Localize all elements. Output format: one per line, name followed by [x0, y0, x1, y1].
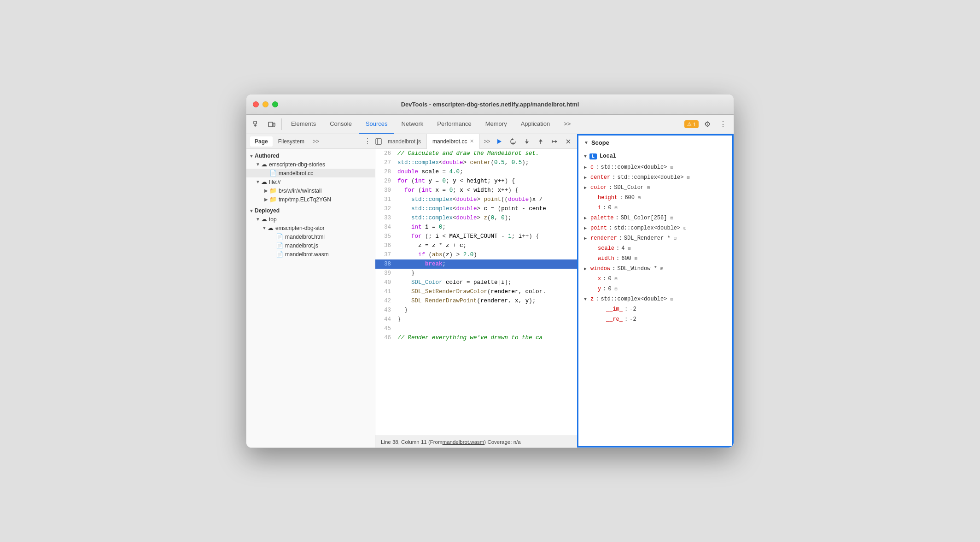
- step-button[interactable]: [549, 136, 560, 147]
- svg-rect-5: [376, 139, 381, 144]
- scope-item-point[interactable]: ▶ point : std::complex<double> ⊞: [578, 223, 732, 233]
- inspect-element-icon[interactable]: [250, 115, 264, 134]
- code-line: 30 for (int x = 0; x < width; x++) {: [375, 186, 577, 195]
- code-tab-mandelbrot-cc[interactable]: mandelbrot.cc ✕: [427, 134, 480, 149]
- code-line: 34 int i = 0;: [375, 223, 577, 232]
- status-bar: Line 38, Column 11 (From mandelbrot.wasm…: [375, 436, 577, 448]
- sidebar-tab-page[interactable]: Page: [250, 136, 273, 147]
- local-label: Local: [600, 153, 616, 159]
- tree-item-emscripten-deployed[interactable]: ▼ ☁ emscripten-dbg-stor: [246, 224, 375, 232]
- devtools-toolbar: Elements Console Sources Network Perform…: [246, 115, 734, 134]
- tree-item-mandelbrot-html[interactable]: 📄 mandelbrot.html: [246, 232, 375, 241]
- code-line: 44 }: [375, 315, 577, 324]
- settings-icon[interactable]: ⚙: [700, 120, 714, 129]
- expand-arrow-tmp: ▶: [263, 197, 269, 202]
- tree-item-mandelbrot-wasm[interactable]: 📄 mandelbrot.wasm: [246, 250, 375, 259]
- expand-arrow-authored: ▼: [248, 153, 255, 159]
- expand-value-icon: ⊞: [628, 245, 630, 252]
- tree-item-install[interactable]: ▶ 📁 b/s/w/ir/x/w/install: [246, 186, 375, 195]
- tree-item-mandelbrot-cc[interactable]: 📄 mandelbrot.cc: [246, 169, 375, 177]
- sidebar-more-icon[interactable]: ⋮: [364, 138, 371, 145]
- tree-item-emscripten-authored[interactable]: ▼ ☁ emscripten-dbg-stories: [246, 160, 375, 169]
- code-line: 27 std::complex<double> center(0.5, 0.5)…: [375, 158, 577, 167]
- cloud-icon-top: ☁: [261, 216, 267, 223]
- sidebar-tab-filesystem[interactable]: Filesystem: [274, 136, 309, 147]
- step-into-button[interactable]: [521, 136, 532, 147]
- code-editor[interactable]: 26 // Calculate and draw the Mandelbrot …: [375, 149, 577, 436]
- tab-application[interactable]: Application: [514, 115, 557, 134]
- scope-item-palette[interactable]: ▶ palette : SDL_Color[256] ⊞: [578, 213, 732, 223]
- code-line: 28 double scale = 4.0;: [375, 167, 577, 177]
- code-line: 43 }: [375, 306, 577, 315]
- cloud-icon: ☁: [261, 161, 267, 168]
- deployed-label: Deployed: [255, 207, 280, 214]
- code-line: 41 SDL_SetRenderDrawColor(renderer, colo…: [375, 287, 577, 296]
- expand-value-icon: ⊞: [670, 164, 673, 171]
- code-line: 42 SDL_RenderDrawPoint(renderer, x, y);: [375, 296, 577, 306]
- code-tab-more[interactable]: >>: [480, 138, 494, 145]
- folder-icon-tmp: 📁: [269, 196, 277, 203]
- tab-elements[interactable]: Elements: [285, 115, 322, 134]
- tree-item-tmp[interactable]: ▶ 📁 tmp/tmp.ELcTq2YGN: [246, 195, 375, 204]
- scope-item-color[interactable]: ▶ color : SDL_Color ⊞: [578, 183, 732, 193]
- tree-item-top[interactable]: ▼ ☁ top: [246, 215, 375, 224]
- tree-item-deployed[interactable]: ▼ Deployed: [246, 206, 375, 215]
- expand-value-icon: ⊞: [638, 194, 641, 201]
- code-line: 37 if (abs(z) > 2.0): [375, 250, 577, 259]
- top-label: top: [269, 216, 277, 223]
- expand-value-icon: ⊞: [660, 265, 663, 272]
- tab-console[interactable]: Console: [323, 115, 358, 134]
- scope-title: Scope: [591, 139, 609, 146]
- expand-value-icon: ⊞: [615, 205, 618, 212]
- scope-item-scale: scale : 4 ⊞: [578, 243, 732, 253]
- scope-item-window[interactable]: ▶ window : SDL_Window * ⊞: [578, 264, 732, 274]
- code-line: 40 SDL_Color color = palette[i];: [375, 278, 577, 287]
- svg-marker-8: [512, 138, 514, 140]
- tab-memory[interactable]: Memory: [479, 115, 513, 134]
- expand-value-icon: ⊞: [687, 174, 689, 181]
- svg-marker-12: [525, 141, 529, 144]
- file-sidebar: Page Filesystem >> ⋮ ▼ Authored ▼: [246, 134, 375, 448]
- code-line: 36 z = z * z + c;: [375, 241, 577, 250]
- tab-network[interactable]: Network: [395, 115, 430, 134]
- file-icon-cc: 📄: [269, 170, 277, 177]
- file-url-label: file://: [269, 179, 280, 185]
- scope-item-im: __im_ : -2: [578, 304, 732, 314]
- sidebar-toggle-button[interactable]: [375, 134, 382, 149]
- sidebar-tab-more[interactable]: >>: [310, 136, 322, 147]
- status-link[interactable]: mandelbrot.wasm: [443, 439, 484, 445]
- tab-more[interactable]: >>: [557, 115, 577, 134]
- file-icon-wasm: 📄: [276, 251, 283, 258]
- tree-item-file-url[interactable]: ▼ ☁ file://: [246, 177, 375, 186]
- close-button[interactable]: [253, 101, 259, 107]
- warning-badge[interactable]: ⚠ 1: [684, 120, 699, 128]
- expand-value-icon: ⊞: [647, 184, 650, 191]
- mandelbrot-js-label: mandelbrot.js: [285, 242, 318, 249]
- close-tab-icon[interactable]: ✕: [470, 138, 474, 144]
- minimize-button[interactable]: [262, 101, 268, 107]
- file-icon-html: 📄: [276, 233, 283, 240]
- tab-sources[interactable]: Sources: [359, 115, 394, 134]
- step-over-button[interactable]: [508, 136, 519, 147]
- step-out-button[interactable]: [535, 136, 546, 147]
- device-toolbar-icon[interactable]: [265, 115, 279, 134]
- maximize-button[interactable]: [272, 101, 278, 107]
- scope-local-header[interactable]: ▼ L Local: [578, 150, 732, 162]
- tab-performance[interactable]: Performance: [431, 115, 478, 134]
- scope-item-z[interactable]: ▼ z : std::complex<double> ⊞: [578, 294, 732, 304]
- resume-button[interactable]: [494, 136, 505, 147]
- deactivate-button[interactable]: [563, 136, 574, 147]
- scope-item-i: i : 0 ⊞: [578, 203, 732, 213]
- more-options-icon[interactable]: ⋮: [716, 120, 730, 129]
- expand-arrow-emscripten-authored: ▼: [255, 162, 261, 167]
- code-tab-mandelbrot-js[interactable]: mandelbrot.js: [382, 134, 427, 149]
- traffic-lights: [253, 101, 278, 107]
- scope-item-c[interactable]: ▶ c : std::complex<double> ⊞: [578, 162, 732, 172]
- scope-item-renderer[interactable]: ▶ renderer : SDL_Renderer * ⊞: [578, 233, 732, 243]
- svg-marker-14: [539, 139, 542, 141]
- scope-item-center[interactable]: ▶ center : std::complex<double> ⊞: [578, 172, 732, 183]
- scope-header: ▼ Scope: [578, 136, 732, 150]
- tree-item-authored[interactable]: ▼ Authored: [246, 152, 375, 160]
- authored-label: Authored: [255, 153, 279, 159]
- tree-item-mandelbrot-js-deployed[interactable]: 📄 mandelbrot.js: [246, 241, 375, 250]
